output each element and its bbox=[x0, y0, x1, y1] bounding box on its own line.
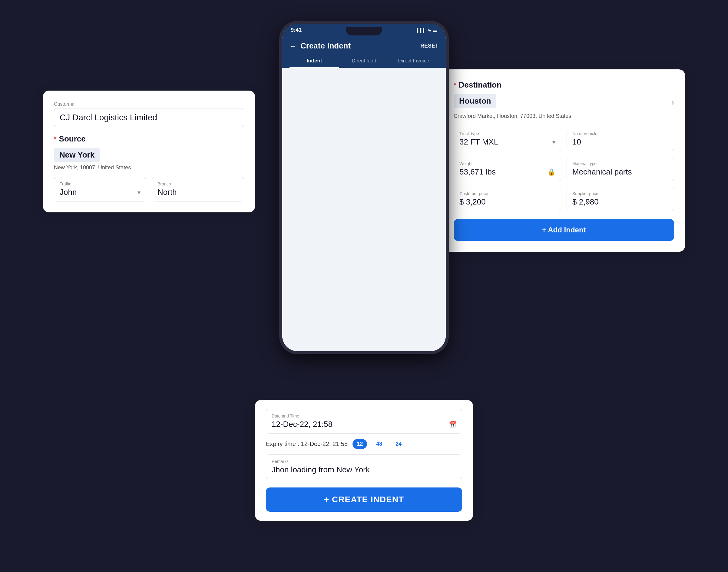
weight-field[interactable]: Weight 53,671 lbs 🔒 bbox=[454, 157, 561, 181]
phone-inner: 9:41 ▌▌▌ ∿ ▬ ← Create Indent RESET Ind bbox=[282, 24, 446, 351]
calendar-icon: 📅 bbox=[449, 421, 456, 428]
page-title: Create Indent bbox=[301, 41, 351, 51]
scene: 9:41 ▌▌▌ ∿ ▬ ← Create Indent RESET Ind bbox=[31, 21, 697, 551]
datetime-label: Date and Time bbox=[272, 414, 456, 418]
phone-frame: 9:41 ▌▌▌ ∿ ▬ ← Create Indent RESET Ind bbox=[279, 21, 449, 354]
create-indent-button[interactable]: + CREATE INDENT bbox=[266, 488, 462, 512]
remarks-text: Jhon loading from New York bbox=[272, 465, 370, 475]
signal-icon: ▌▌▌ bbox=[417, 28, 426, 33]
tab-direct-load[interactable]: Direct load bbox=[339, 55, 389, 68]
traffic-value-text: John bbox=[60, 188, 77, 197]
status-icons: ▌▌▌ ∿ ▬ bbox=[417, 28, 437, 33]
material-type-text: Mechanical parts bbox=[572, 167, 632, 176]
phone-header-top: ← Create Indent RESET bbox=[290, 41, 438, 51]
traffic-label: Traffic bbox=[60, 182, 141, 186]
dest-city-badge[interactable]: Houston bbox=[454, 94, 496, 108]
weight-label: Weight bbox=[459, 161, 555, 166]
source-city-badge[interactable]: New York bbox=[54, 148, 100, 162]
weight-text: 53,671 lbs bbox=[459, 167, 496, 176]
expiry-option-12[interactable]: 12 bbox=[352, 439, 367, 449]
source-card: Customer CJ Darcl Logistics Limited * So… bbox=[43, 90, 255, 212]
add-indent-button[interactable]: + Add Indent bbox=[454, 219, 674, 241]
datetime-text: 12-Dec-22, 21:58 bbox=[272, 420, 332, 429]
remarks-label: Remarks bbox=[272, 459, 456, 464]
reset-button[interactable]: RESET bbox=[420, 43, 438, 49]
branch-field[interactable]: Branch North bbox=[152, 177, 244, 202]
phone-header: ← Create Indent RESET Indent Direct load… bbox=[282, 37, 446, 68]
truck-type-chevron-down-icon: ▾ bbox=[552, 138, 555, 146]
customer-label: Customer bbox=[54, 101, 244, 107]
material-type-field[interactable]: Material type Mechanical parts bbox=[567, 157, 674, 181]
truck-type-label: Truck type bbox=[459, 131, 555, 136]
branch-value-text: North bbox=[157, 188, 177, 197]
customer-field-group: Customer CJ Darcl Logistics Limited bbox=[54, 101, 244, 127]
tab-indent[interactable]: Indent bbox=[290, 55, 339, 68]
truck-type-field[interactable]: Truck type 32 FT MXL ▾ bbox=[454, 127, 561, 151]
destination-card: * Destination Houston › Crawford Market,… bbox=[443, 69, 685, 252]
source-address: New York, 10007, United States bbox=[54, 164, 244, 171]
material-type-value: Mechanical parts bbox=[572, 167, 668, 176]
dest-address: Crawford Market, Houston, 77003, United … bbox=[454, 113, 674, 119]
dest-location-row: Houston › bbox=[454, 94, 674, 111]
branch-value: North bbox=[157, 188, 238, 197]
bottom-card: Date and Time 12-Dec-22, 21:58 📅 Expiry … bbox=[255, 400, 473, 521]
source-label: Source bbox=[59, 134, 86, 144]
weight-value: 53,671 lbs 🔒 bbox=[459, 167, 555, 176]
customer-price-field[interactable]: Customer price $ 3,200 bbox=[454, 187, 561, 211]
customer-price-value: $ 3,200 bbox=[459, 197, 555, 207]
traffic-field[interactable]: Traffic John ▾ bbox=[54, 177, 146, 202]
lock-icon: 🔒 bbox=[547, 168, 555, 176]
supplier-price-value: $ 2,980 bbox=[572, 197, 668, 207]
tab-direct-invoice[interactable]: Direct Invoice bbox=[389, 55, 438, 68]
customer-value[interactable]: CJ Darcl Logistics Limited bbox=[54, 108, 244, 127]
supplier-price-text: $ 2,980 bbox=[572, 197, 599, 207]
form-grid-row3: Customer price $ 3,200 Supplier price $ … bbox=[454, 187, 674, 211]
branch-label: Branch bbox=[157, 182, 238, 186]
required-star: * bbox=[54, 135, 57, 143]
destination-section-title: * Destination bbox=[454, 80, 674, 90]
material-type-label: Material type bbox=[572, 161, 668, 166]
truck-type-value: 32 FT MXL ▾ bbox=[459, 137, 555, 147]
expiry-option-24[interactable]: 24 bbox=[391, 439, 406, 449]
supplier-price-label: Supplier price bbox=[572, 191, 668, 196]
customer-price-text: $ 3,200 bbox=[459, 197, 486, 207]
expiry-row: Expiry time : 12-Dec-22, 21:58 12 48 24 bbox=[266, 439, 462, 449]
dest-chevron-right-icon: › bbox=[671, 97, 674, 107]
no-vehicle-text: 10 bbox=[572, 137, 581, 147]
datetime-value: 12-Dec-22, 21:58 📅 bbox=[272, 420, 456, 429]
source-section-title: * Source bbox=[54, 134, 244, 144]
no-vehicle-value: 10 bbox=[572, 137, 668, 147]
back-button[interactable]: ← bbox=[290, 42, 297, 50]
form-grid-row2: Weight 53,671 lbs 🔒 Material type Mechan… bbox=[454, 157, 674, 181]
remarks-field[interactable]: Remarks Jhon loading from New York bbox=[266, 454, 462, 479]
traffic-chevron-down-icon: ▾ bbox=[138, 189, 141, 196]
datetime-field[interactable]: Date and Time 12-Dec-22, 21:58 📅 bbox=[266, 409, 462, 434]
dest-required-star: * bbox=[454, 81, 456, 89]
remarks-value: Jhon loading from New York bbox=[272, 465, 456, 475]
status-time: 9:41 bbox=[291, 27, 302, 33]
customer-price-label: Customer price bbox=[459, 191, 555, 196]
phone-body bbox=[282, 68, 446, 351]
phone-header-title: ← Create Indent bbox=[290, 41, 351, 51]
form-grid-row1: Truck type 32 FT MXL ▾ No of Vehicle 10 bbox=[454, 127, 674, 151]
truck-type-text: 32 FT MXL bbox=[459, 137, 498, 147]
traffic-branch-row: Traffic John ▾ Branch North bbox=[54, 177, 244, 202]
phone-tabs: Indent Direct load Direct Invoice bbox=[290, 55, 438, 68]
battery-icon: ▬ bbox=[433, 28, 437, 33]
wifi-icon: ∿ bbox=[427, 28, 431, 33]
no-vehicle-field[interactable]: No of Vehicle 10 bbox=[567, 127, 674, 151]
traffic-value: John ▾ bbox=[60, 188, 141, 197]
destination-label: Destination bbox=[459, 80, 502, 90]
no-vehicle-label: No of Vehicle bbox=[572, 131, 668, 136]
supplier-price-field[interactable]: Supplier price $ 2,980 bbox=[567, 187, 674, 211]
phone-notch bbox=[346, 27, 382, 35]
expiry-option-48[interactable]: 48 bbox=[372, 439, 386, 449]
expiry-label: Expiry time : 12-Dec-22, 21:58 bbox=[266, 440, 348, 447]
